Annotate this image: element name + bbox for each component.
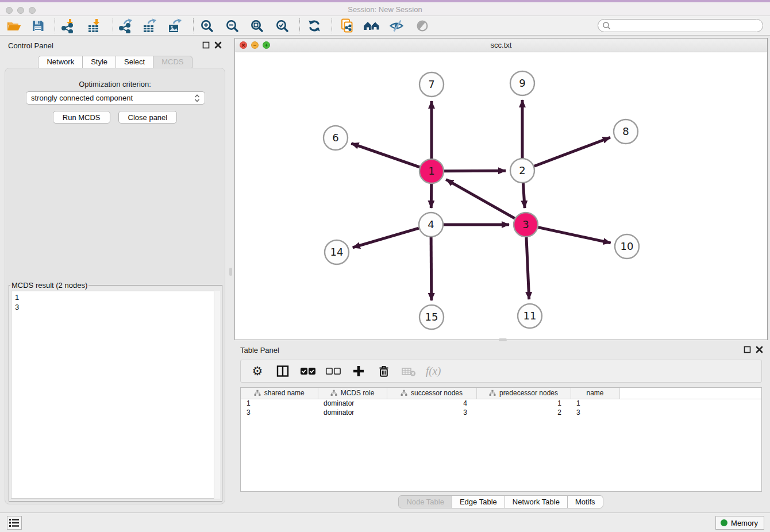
zoom-out-button[interactable] xyxy=(224,18,240,34)
mcds-tab-content: Optimization criterion: strongly connect… xyxy=(5,68,225,504)
column-type-icon xyxy=(489,390,496,396)
cell-MCDS-role[interactable]: dominator xyxy=(318,408,387,417)
delete-table-icon xyxy=(401,364,417,378)
task-history-button[interactable] xyxy=(7,516,22,530)
graph-node-label-4: 4 xyxy=(428,218,434,230)
run-mcds-button[interactable]: Run MCDS xyxy=(53,111,110,124)
clone-network-button[interactable] xyxy=(339,18,355,34)
graph-node-label-7: 7 xyxy=(428,78,434,90)
table-toolbar: ⚙ xyxy=(240,360,762,383)
refresh-icon xyxy=(307,19,322,33)
graph-edge-3-1[interactable] xyxy=(446,179,515,218)
window-titlebar[interactable]: Session: New Session xyxy=(0,0,770,16)
select-all-button[interactable] xyxy=(299,363,317,380)
export-image-button[interactable] xyxy=(167,18,183,34)
open-session-button[interactable] xyxy=(6,18,22,34)
delete-table-button[interactable] xyxy=(401,363,418,380)
graph-edge-4-14[interactable] xyxy=(353,228,419,248)
create-column-button[interactable] xyxy=(350,363,367,380)
mcds-result-group: MCDS result (2 nodes) 1 3 xyxy=(9,281,222,502)
table-tab-motifs[interactable]: Motifs xyxy=(567,495,603,508)
column-header-MCDS-role[interactable]: MCDS role xyxy=(318,388,387,399)
graph-edge-3-10[interactable] xyxy=(538,228,611,243)
export-table-button[interactable] xyxy=(141,18,157,34)
import-table-button[interactable] xyxy=(86,18,102,34)
graph-edge-3-11[interactable] xyxy=(526,237,529,299)
criterion-dropdown[interactable]: strongly connected component xyxy=(26,91,205,105)
graph-edge-2-3[interactable] xyxy=(523,183,525,208)
delete-column-button[interactable] xyxy=(375,363,392,380)
node-table[interactable]: shared nameMCDS rolesuccessor nodesprede… xyxy=(240,387,762,492)
trash-icon xyxy=(377,364,391,378)
cell-successor-nodes[interactable]: 4 xyxy=(387,399,476,408)
tab-select[interactable]: Select xyxy=(116,56,153,68)
deselect-all-button[interactable] xyxy=(325,363,342,380)
search-input[interactable] xyxy=(612,21,763,30)
result-scrollbar[interactable] xyxy=(214,291,220,499)
status-bar: Memory xyxy=(0,512,770,532)
zoom-in-button[interactable] xyxy=(199,18,215,34)
table-tab-node-table[interactable]: Node Table xyxy=(398,495,452,508)
memory-button[interactable]: Memory xyxy=(715,516,764,530)
graph-node-label-15: 15 xyxy=(425,311,438,323)
criterion-value: strongly connected component xyxy=(31,94,194,102)
column-header-predecessor-nodes[interactable]: predecessor nodes xyxy=(476,388,571,399)
float-table-panel-icon[interactable] xyxy=(744,346,751,353)
graph-node-label-14: 14 xyxy=(330,246,344,258)
graph-edge-4-15[interactable] xyxy=(431,237,432,300)
column-type-icon xyxy=(330,390,337,396)
cell-shared-name[interactable]: 3 xyxy=(241,408,318,417)
graph-node-label-2: 2 xyxy=(519,164,525,176)
checked-boxes-icon xyxy=(300,364,316,378)
close-panel-icon[interactable] xyxy=(214,41,222,49)
houses-icon xyxy=(363,19,380,33)
save-session-button[interactable] xyxy=(30,18,46,34)
show-all-button[interactable] xyxy=(414,18,430,34)
table-tab-edge-table[interactable]: Edge Table xyxy=(452,495,505,508)
zoom-fit-icon xyxy=(250,19,264,33)
function-builder-button[interactable]: f(x) xyxy=(426,363,441,380)
network-view-window: ✕ − + scc.txt 7968124314101511 xyxy=(234,38,768,340)
tab-mcds[interactable]: MCDS xyxy=(153,56,192,68)
table-settings-button[interactable]: ⚙ xyxy=(249,363,266,380)
hide-selected-button[interactable] xyxy=(388,18,405,34)
network-window-titlebar[interactable]: ✕ − + scc.txt xyxy=(235,38,767,52)
float-panel-icon[interactable] xyxy=(202,41,210,49)
graph-edge-1-6[interactable] xyxy=(351,144,419,167)
toolbar-separator xyxy=(299,18,300,33)
import-network-button[interactable] xyxy=(60,18,76,34)
cell-successor-nodes[interactable]: 3 xyxy=(387,408,476,417)
zoom-selected-button[interactable] xyxy=(274,18,290,34)
export-network-button[interactable] xyxy=(117,18,133,34)
tab-network[interactable]: Network xyxy=(38,56,83,68)
column-header-shared-name[interactable]: shared name xyxy=(241,388,318,399)
tab-style[interactable]: Style xyxy=(82,56,116,68)
open-folder-icon xyxy=(6,19,21,33)
table-panel: Table Panel ⚙ xyxy=(234,342,768,511)
graph-edge-2-8[interactable] xyxy=(534,137,610,166)
first-neighbors-button[interactable] xyxy=(363,18,379,34)
graph-edge-1-2[interactable] xyxy=(444,171,506,171)
cell-predecessor-nodes[interactable]: 2 xyxy=(476,408,571,417)
column-header-name[interactable]: name xyxy=(571,388,619,399)
table-row[interactable]: 3dominator323 xyxy=(241,408,761,417)
close-table-panel-icon[interactable] xyxy=(756,346,763,353)
horizontal-splitter-handle[interactable] xyxy=(499,338,507,341)
cell-predecessor-nodes[interactable]: 1 xyxy=(476,399,571,408)
close-panel-button[interactable]: Close panel xyxy=(118,111,178,124)
cell-name[interactable]: 1 xyxy=(571,399,619,408)
cell-MCDS-role[interactable]: dominator xyxy=(318,399,387,408)
mcds-result-text[interactable]: 1 3 xyxy=(11,291,220,499)
show-columns-button[interactable] xyxy=(274,363,291,380)
table-tab-network-table[interactable]: Network Table xyxy=(505,495,568,508)
network-canvas[interactable]: 7968124314101511 xyxy=(235,52,767,340)
cell-name[interactable]: 3 xyxy=(571,408,619,417)
apply-layout-button[interactable] xyxy=(306,18,322,34)
zoom-fit-button[interactable] xyxy=(249,18,265,34)
cell-shared-name[interactable]: 1 xyxy=(241,399,318,408)
table-row[interactable]: 1dominator411 xyxy=(241,399,761,408)
control-panel-tabs: NetworkStyleSelectMCDS xyxy=(0,56,231,68)
vertical-splitter-handle[interactable] xyxy=(229,268,232,276)
application-window: Session: New Session xyxy=(0,0,770,532)
column-header-successor-nodes[interactable]: successor nodes xyxy=(387,388,476,399)
